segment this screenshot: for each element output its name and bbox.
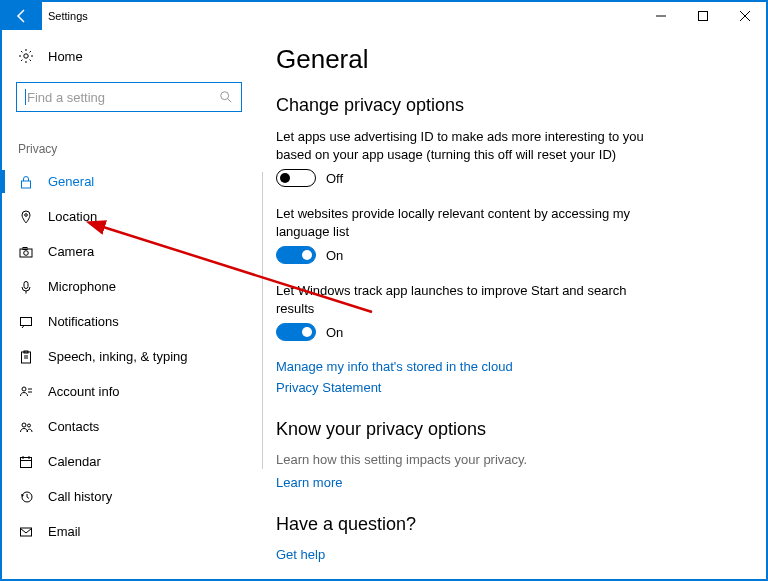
svg-line-6 xyxy=(228,99,232,103)
option-description: Let apps use advertising ID to make ads … xyxy=(276,128,656,163)
svg-rect-28 xyxy=(21,528,32,536)
advertising-id-toggle[interactable] xyxy=(276,169,316,187)
sidebar-item-label: Call history xyxy=(48,489,112,504)
clipboard-icon xyxy=(18,350,34,364)
history-icon xyxy=(18,490,34,504)
search-field[interactable] xyxy=(27,90,219,105)
toggle-state: On xyxy=(326,325,343,340)
sidebar-item-label: Contacts xyxy=(48,419,99,434)
calendar-icon xyxy=(18,455,34,469)
svg-point-5 xyxy=(221,92,229,100)
divider xyxy=(262,172,263,469)
gear-icon xyxy=(18,48,34,64)
sidebar-item-label: Notifications xyxy=(48,314,119,329)
option-description: Let Windows track app launches to improv… xyxy=(276,282,656,317)
home-label: Home xyxy=(48,49,83,64)
get-help-link[interactable]: Get help xyxy=(276,547,736,562)
svg-rect-12 xyxy=(24,281,28,288)
sidebar-item-account[interactable]: Account info xyxy=(2,374,256,409)
svg-point-8 xyxy=(25,213,28,216)
section-header: Privacy xyxy=(2,136,256,164)
sidebar: Home Privacy General Location Camera Mic… xyxy=(2,30,256,579)
svg-point-22 xyxy=(28,424,31,427)
svg-rect-13 xyxy=(21,317,32,325)
text-cursor xyxy=(25,89,26,105)
toggle-state: Off xyxy=(326,171,343,186)
minimize-icon xyxy=(656,11,666,21)
maximize-icon xyxy=(698,11,708,21)
search-icon xyxy=(219,90,233,104)
section-subtext: Learn how this setting impacts your priv… xyxy=(276,452,736,467)
language-list-toggle[interactable] xyxy=(276,246,316,264)
window-controls xyxy=(640,2,766,30)
toggle-state: On xyxy=(326,248,343,263)
section-heading: Know your privacy options xyxy=(276,419,736,440)
home-button[interactable]: Home xyxy=(2,40,256,72)
account-icon xyxy=(18,385,34,399)
svg-point-4 xyxy=(24,54,28,58)
svg-point-10 xyxy=(24,250,29,255)
sidebar-item-label: Email xyxy=(48,524,81,539)
sidebar-item-email[interactable]: Email xyxy=(2,514,256,549)
sidebar-item-general[interactable]: General xyxy=(2,164,256,199)
section-heading: Have a question? xyxy=(276,514,736,535)
contacts-icon xyxy=(18,420,34,434)
sidebar-item-label: Camera xyxy=(48,244,94,259)
privacy-statement-link[interactable]: Privacy Statement xyxy=(276,380,736,395)
sidebar-item-callhistory[interactable]: Call history xyxy=(2,479,256,514)
maximize-button[interactable] xyxy=(682,2,724,30)
sidebar-item-label: General xyxy=(48,174,94,189)
sidebar-item-label: Microphone xyxy=(48,279,116,294)
svg-point-18 xyxy=(22,387,26,391)
option-description: Let websites provide locally relevant co… xyxy=(276,205,656,240)
camera-icon xyxy=(18,245,34,259)
section-heading: Change privacy options xyxy=(276,95,736,116)
close-button[interactable] xyxy=(724,2,766,30)
email-icon xyxy=(18,525,34,539)
close-icon xyxy=(740,11,750,21)
page-title: General xyxy=(276,44,736,75)
back-button[interactable] xyxy=(2,2,42,30)
sidebar-item-label: Speech, inking, & typing xyxy=(48,349,187,364)
sidebar-item-camera[interactable]: Camera xyxy=(2,234,256,269)
minimize-button[interactable] xyxy=(640,2,682,30)
location-icon xyxy=(18,210,34,224)
sidebar-item-microphone[interactable]: Microphone xyxy=(2,269,256,304)
sidebar-item-contacts[interactable]: Contacts xyxy=(2,409,256,444)
sidebar-item-label: Location xyxy=(48,209,97,224)
sidebar-item-speech[interactable]: Speech, inking, & typing xyxy=(2,339,256,374)
microphone-icon xyxy=(18,280,34,294)
learn-more-link[interactable]: Learn more xyxy=(276,475,736,490)
svg-rect-7 xyxy=(22,181,31,188)
content-pane: General Change privacy options Let apps … xyxy=(256,30,766,579)
window-title: Settings xyxy=(42,10,88,22)
sidebar-item-location[interactable]: Location xyxy=(2,199,256,234)
manage-cloud-link[interactable]: Manage my info that's stored in the clou… xyxy=(276,359,736,374)
sidebar-item-notifications[interactable]: Notifications xyxy=(2,304,256,339)
search-input[interactable] xyxy=(16,82,242,112)
arrow-left-icon xyxy=(14,8,30,24)
sidebar-item-label: Calendar xyxy=(48,454,101,469)
svg-rect-9 xyxy=(20,249,32,257)
svg-rect-1 xyxy=(699,12,708,21)
sidebar-item-label: Account info xyxy=(48,384,120,399)
sidebar-item-calendar[interactable]: Calendar xyxy=(2,444,256,479)
titlebar: Settings xyxy=(2,2,766,30)
svg-rect-23 xyxy=(21,457,32,467)
svg-point-21 xyxy=(22,423,26,427)
track-launches-toggle[interactable] xyxy=(276,323,316,341)
notifications-icon xyxy=(18,315,34,329)
lock-icon xyxy=(18,175,34,189)
